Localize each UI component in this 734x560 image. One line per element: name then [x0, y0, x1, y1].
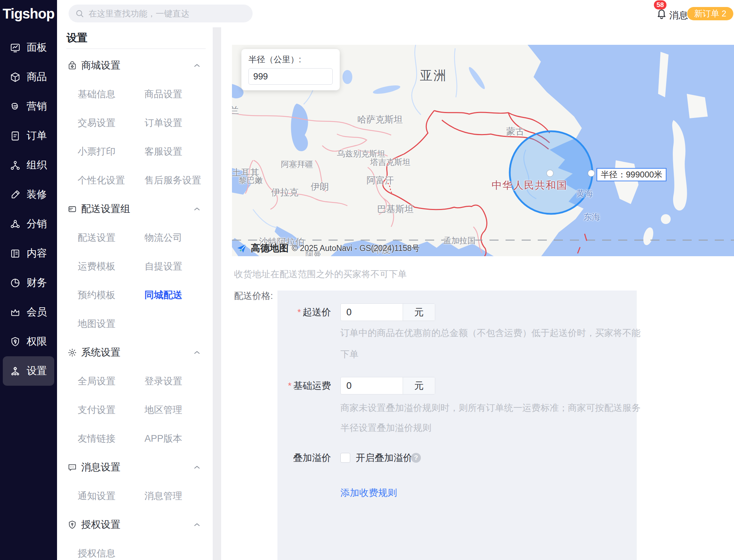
menu-item-row: 通知设置消息管理 — [57, 482, 213, 510]
sidebar-item-设置[interactable]: 设置 — [3, 356, 54, 386]
sidebar-item-label: 组织 — [27, 158, 47, 172]
radius-card: 半径（公里）: — [241, 49, 340, 90]
sidebar-item-商品[interactable]: 商品 — [3, 62, 54, 92]
min-order-unit: 元 — [403, 304, 435, 321]
permission-icon — [10, 336, 21, 347]
range-note: 收货地址在配送范围之外的买家将不可下单 — [234, 268, 407, 280]
sidebar-item-内容[interactable]: 内容 — [3, 239, 54, 268]
menu-item-订单设置[interactable]: 订单设置 — [144, 117, 182, 129]
menu-item-APP版本[interactable]: APP版本 — [144, 432, 182, 445]
menu-item-消息管理[interactable]: 消息管理 — [144, 490, 182, 502]
menu-item-客服设置[interactable]: 客服设置 — [144, 145, 182, 158]
search-input[interactable] — [89, 9, 239, 19]
menu-item-row: 地图设置 — [57, 309, 213, 338]
marketing-icon — [10, 101, 21, 112]
menu-section-消息设置[interactable]: 消息设置 — [57, 453, 213, 482]
help-question-icon[interactable]: ? — [411, 453, 421, 463]
base-fee-unit: 元 — [403, 377, 435, 394]
topbar: 58 消息 新订单 2 — [57, 0, 734, 27]
search-icon — [75, 9, 84, 18]
map-copyright: © 2025 AutoNavi - GS(2024)1158号 — [292, 243, 420, 254]
menu-section-系统设置[interactable]: 系统设置 — [57, 338, 213, 367]
sidebar-item-label: 会员 — [27, 305, 47, 319]
menu-scrollbar[interactable] — [213, 27, 221, 560]
product-icon — [10, 72, 21, 83]
sidebar-item-组织[interactable]: 组织 — [3, 150, 54, 180]
menu-section-配送设置组[interactable]: 配送设置组 — [57, 195, 213, 223]
menu-item-物流公司[interactable]: 物流公司 — [144, 231, 182, 244]
sidebar-item-财务[interactable]: 财务 — [3, 268, 54, 298]
min-order-input[interactable] — [341, 304, 403, 321]
menu-item-授权信息[interactable]: 授权信息 — [78, 547, 115, 560]
menu-item-地区管理[interactable]: 地区管理 — [144, 404, 182, 416]
settings-menu-panel: 设置 商城设置基础信息商品设置交易设置订单设置小票打印客服设置个性化设置售后服务… — [57, 27, 213, 560]
menu-item-自提设置[interactable]: 自提设置 — [144, 260, 182, 273]
chevron-up-icon[interactable] — [192, 348, 202, 357]
radius-tooltip: 半径：999000米 — [597, 168, 666, 181]
chevron-up-icon[interactable] — [192, 520, 202, 529]
menu-item-基础信息[interactable]: 基础信息 — [78, 88, 144, 100]
sidebar-item-label: 营销 — [27, 99, 47, 113]
map-label: 黎巴嫩 — [239, 175, 263, 186]
menu-item-支付设置[interactable]: 支付设置 — [78, 404, 144, 416]
base-fee-label: *基础运费 — [277, 377, 331, 394]
menu-item-个性化设置[interactable]: 个性化设置 — [78, 174, 144, 187]
left-sidebar: Tigshop 面板商品营销订单组织装修分销内容财务会员权限设置 — [0, 0, 57, 560]
menu-item-友情链接[interactable]: 友情链接 — [78, 432, 144, 445]
map-label: 黄海 — [576, 188, 593, 199]
new-order-badge[interactable]: 新订单 2 — [687, 7, 733, 20]
menu-item-row: 运费模板自提设置 — [57, 252, 213, 281]
sidebar-item-会员[interactable]: 会员 — [3, 298, 54, 327]
sidebar-item-营销[interactable]: 营销 — [3, 92, 54, 121]
menu-section-label: 授权设置 — [81, 518, 120, 531]
min-order-input-group: 元 — [340, 303, 435, 321]
add-rule-link[interactable]: 添加收费规则 — [340, 486, 397, 499]
menu-item-全局设置[interactable]: 全局设置 — [78, 375, 144, 387]
menu-item-预约模板[interactable]: 预约模板 — [78, 289, 144, 301]
menu-section-商城设置[interactable]: 商城设置 — [57, 51, 213, 80]
messages-link[interactable]: 消息 — [669, 9, 688, 22]
menu-item-row: 支付设置地区管理 — [57, 396, 213, 424]
menu-item-交易设置[interactable]: 交易设置 — [78, 117, 144, 129]
menu-item-通知设置[interactable]: 通知设置 — [78, 490, 144, 502]
map-label: 兰 — [232, 104, 239, 117]
delivery-map[interactable]: 亚洲兰哈萨克斯坦蒙古乌兹别克斯坦塔吉克斯坦阿塞拜疆土耳其黎巴嫩伊拉克伊朗阿富汗巴… — [232, 45, 734, 256]
sidebar-item-label: 财务 — [27, 276, 47, 290]
menu-item-row: 基础信息商品设置 — [57, 80, 213, 108]
sidebar-item-label: 装修 — [27, 188, 47, 202]
menu-item-地图设置[interactable]: 地图设置 — [78, 317, 115, 330]
radius-input[interactable] — [248, 68, 333, 85]
surcharge-checkbox[interactable] — [340, 453, 350, 463]
map-label: 东海 — [584, 211, 600, 223]
sidebar-item-装修[interactable]: 装修 — [3, 180, 54, 209]
menu-section-授权设置[interactable]: 授权设置 — [57, 510, 213, 539]
organization-icon — [10, 160, 21, 171]
menu-section-label: 系统设置 — [81, 346, 120, 359]
menu-item-同城配送[interactable]: 同城配送 — [144, 289, 182, 301]
menu-item-row: 个性化设置售后服务设置 — [57, 166, 213, 195]
chevron-up-icon[interactable] — [192, 463, 202, 472]
menu-item-row: 配送设置物流公司 — [57, 223, 213, 252]
menu-item-运费模板[interactable]: 运费模板 — [78, 260, 144, 273]
sidebar-item-订单[interactable]: 订单 — [3, 121, 54, 150]
menu-item-登录设置[interactable]: 登录设置 — [144, 375, 182, 387]
sidebar-item-面板[interactable]: 面板 — [3, 33, 54, 62]
global-search[interactable] — [69, 5, 253, 22]
sidebar-item-分销[interactable]: 分销 — [3, 209, 54, 239]
sidebar-item-权限[interactable]: 权限 — [3, 327, 54, 356]
shop-settings-icon — [67, 61, 77, 71]
menu-item-售后服务设置[interactable]: 售后服务设置 — [144, 174, 201, 187]
map-label: 塔吉克斯坦 — [370, 157, 410, 168]
sidebar-item-label: 面板 — [27, 41, 47, 55]
menu-item-配送设置[interactable]: 配送设置 — [78, 231, 144, 244]
map-attribution: 高德地图 © 2025 AutoNavi - GS(2024)1158号 — [236, 242, 420, 254]
base-fee-input[interactable] — [341, 377, 403, 394]
chevron-up-icon[interactable] — [192, 204, 202, 214]
chevron-up-icon[interactable] — [192, 61, 202, 70]
menu-item-小票打印[interactable]: 小票打印 — [78, 145, 144, 158]
sidebar-item-label: 权限 — [27, 335, 47, 349]
sidebar-item-label: 设置 — [27, 364, 47, 378]
app-logo[interactable]: Tigshop — [0, 0, 57, 27]
delivery-form: *起送价 元 订单中的商品在优惠前的总金额（不包含运费）低于起送价时，买家将不能… — [277, 290, 637, 560]
menu-item-商品设置[interactable]: 商品设置 — [144, 88, 182, 100]
